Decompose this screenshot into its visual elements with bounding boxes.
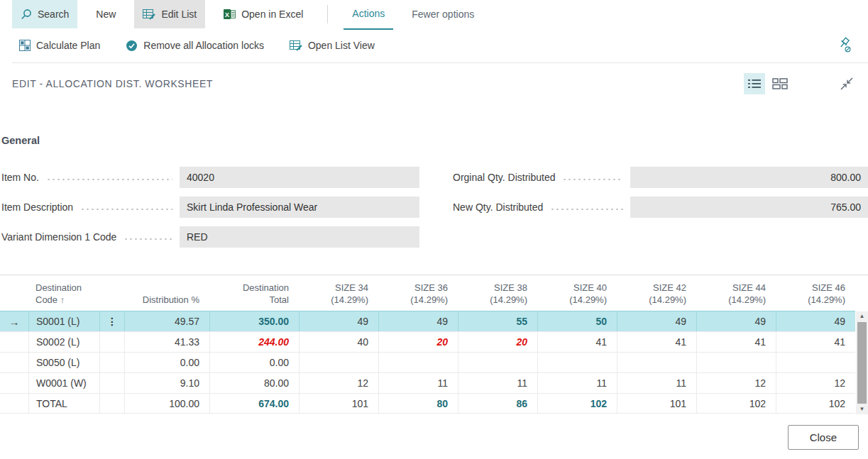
row-menu-icon[interactable] [99, 394, 124, 413]
remove-allocation-locks-label: Remove all Allocation locks [143, 40, 264, 51]
calculate-plan-icon [19, 40, 31, 51]
item-description-field[interactable]: Skirt Linda Professional Wear [180, 197, 419, 218]
fewer-options-button[interactable]: Fewer options [403, 0, 483, 28]
grid-cell[interactable]: 101 [617, 394, 696, 413]
column-header-size-40[interactable]: SIZE 40(14.29%) [537, 282, 617, 306]
grid-cell[interactable] [378, 353, 458, 372]
destination-code-cell[interactable]: S0001 (L) [28, 311, 99, 331]
grid-cell[interactable]: 49 [378, 311, 458, 331]
column-header-distribution-pct[interactable]: Distribution % [124, 294, 209, 306]
scroll-up-icon[interactable]: ▲ [859, 311, 865, 321]
pin-icon[interactable] [837, 37, 852, 54]
grid-cell[interactable]: 41 [696, 332, 776, 352]
cards-view-icon[interactable] [769, 73, 791, 94]
grid-cell[interactable]: 12 [776, 373, 855, 393]
grid-cell[interactable]: 49 [299, 311, 378, 331]
grid-cell[interactable]: 49.57 [124, 311, 209, 331]
grid-cell[interactable]: 20 [378, 332, 458, 352]
open-in-excel-button[interactable]: X Open in Excel [215, 0, 312, 28]
close-button[interactable]: Close [788, 425, 859, 450]
vertical-scrollbar[interactable]: ▲ ▼ [856, 311, 868, 414]
grid-cell[interactable]: 11 [617, 373, 696, 393]
new-qty-field[interactable]: 765.00 [630, 197, 868, 218]
allocation-grid: DestinationCode ↑Distribution %Destinati… [0, 275, 868, 414]
open-list-view-button[interactable]: Open List View [290, 40, 375, 51]
grid-cell[interactable]: 55 [458, 311, 537, 331]
check-circle-icon [126, 40, 138, 52]
column-header-size-42[interactable]: SIZE 42(14.29%) [617, 282, 696, 306]
grid-cell[interactable]: 0.00 [209, 353, 299, 372]
scrollbar-thumb[interactable] [857, 322, 867, 404]
scroll-down-icon[interactable]: ▼ [859, 404, 865, 414]
search-icon [21, 9, 32, 20]
new-button[interactable]: New [87, 0, 124, 28]
original-qty-label: Orginal Qty. Distributed [451, 172, 555, 183]
grid-header-row: DestinationCode ↑Distribution %Destinati… [0, 275, 855, 311]
destination-code-cell[interactable]: TOTAL [28, 394, 99, 413]
grid-cell[interactable]: 350.00 [209, 311, 299, 331]
row-menu-icon[interactable] [99, 373, 124, 393]
dotted-leader [562, 179, 623, 180]
grid-cell[interactable]: 100.00 [124, 394, 209, 413]
grid-cell[interactable]: 11 [537, 373, 617, 393]
grid-cell[interactable]: 102 [776, 394, 855, 413]
calculate-plan-button[interactable]: Calculate Plan [19, 40, 100, 51]
list-view-icon[interactable] [744, 73, 765, 94]
grid-cell[interactable]: 674.00 [209, 394, 299, 413]
grid-cell[interactable] [617, 353, 696, 372]
destination-code-cell[interactable]: W0001 (W) [28, 373, 99, 393]
actions-menu[interactable]: Actions [344, 1, 393, 30]
collapse-icon[interactable] [837, 74, 856, 93]
original-qty-field[interactable]: 800.00 [630, 167, 868, 188]
page-title: EDIT - ALLOCATION DIST. WORKSHEET [12, 78, 744, 89]
grid-cell[interactable]: 86 [458, 394, 537, 413]
grid-cell[interactable]: 11 [458, 373, 537, 393]
column-header-destination-code[interactable]: DestinationCode ↑ [28, 282, 99, 306]
grid-cell[interactable] [696, 353, 776, 372]
row-menu-icon[interactable] [99, 332, 124, 352]
grid-cell[interactable]: 0.00 [124, 353, 209, 372]
grid-cell[interactable]: 50 [537, 311, 617, 331]
row-menu-icon[interactable]: ⋮ [99, 311, 124, 331]
grid-cell[interactable]: 41.33 [124, 332, 209, 352]
row-marker-icon [0, 394, 28, 413]
destination-code-cell[interactable]: S0002 (L) [28, 332, 99, 352]
column-header-size-34[interactable]: SIZE 34(14.29%) [299, 282, 378, 306]
row-menu-icon[interactable] [99, 353, 124, 372]
grid-cell[interactable] [458, 353, 537, 372]
column-header-size-38[interactable]: SIZE 38(14.29%) [458, 282, 537, 306]
grid-cell[interactable]: 20 [458, 332, 537, 352]
column-header-size-36[interactable]: SIZE 36(14.29%) [378, 282, 458, 306]
grid-cell[interactable]: 80 [378, 394, 458, 413]
grid-cell[interactable]: 49 [696, 311, 776, 331]
column-header-size-46[interactable]: SIZE 46(14.29%) [776, 282, 855, 306]
grid-cell[interactable]: 102 [537, 394, 617, 413]
grid-cell[interactable]: 244.00 [209, 332, 299, 352]
column-header-destination-total[interactable]: DestinationTotal [209, 282, 299, 306]
variant-dimension-field[interactable]: RED [180, 226, 419, 248]
grid-cell[interactable]: 41 [537, 332, 617, 352]
grid-cell[interactable] [537, 353, 617, 372]
remove-allocation-locks-button[interactable]: Remove all Allocation locks [126, 40, 264, 52]
grid-cell[interactable]: 12 [696, 373, 776, 393]
grid-cell[interactable]: 49 [776, 311, 855, 331]
item-no-field[interactable]: 40020 [180, 167, 419, 188]
grid-cell[interactable]: 12 [299, 373, 378, 393]
edit-list-button[interactable]: Edit List [134, 0, 205, 28]
grid-cell[interactable]: 80.00 [209, 373, 299, 393]
grid-cell[interactable]: 9.10 [124, 373, 209, 393]
grid-cell[interactable]: 41 [776, 332, 855, 352]
grid-cell[interactable]: 49 [617, 311, 696, 331]
destination-code-cell[interactable]: S0050 (L) [28, 353, 99, 372]
search-button[interactable]: Search [12, 0, 77, 28]
grid-cell[interactable]: 41 [617, 332, 696, 352]
table-row: TOTAL100.00674.001018086102101102102 [0, 393, 855, 414]
open-list-view-icon [290, 40, 302, 51]
grid-cell[interactable]: 101 [299, 394, 378, 413]
grid-cell[interactable]: 102 [696, 394, 776, 413]
column-header-size-44[interactable]: SIZE 44(14.29%) [696, 282, 776, 306]
grid-cell[interactable] [776, 353, 855, 372]
grid-cell[interactable] [299, 353, 378, 372]
grid-cell[interactable]: 11 [378, 373, 458, 393]
grid-cell[interactable]: 40 [299, 332, 378, 352]
